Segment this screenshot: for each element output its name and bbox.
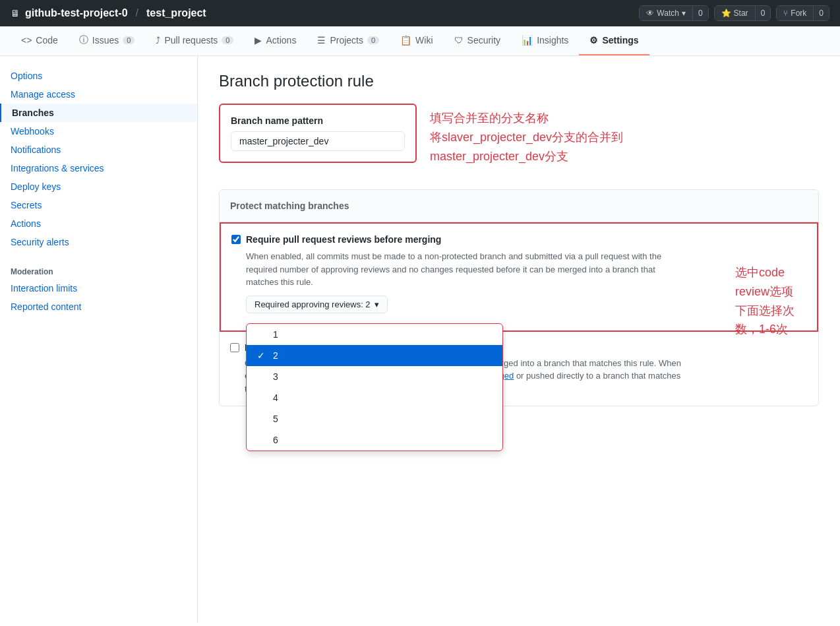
star-count[interactable]: 0 xyxy=(755,6,771,20)
watch-button[interactable]: 👁 Watch ▾ xyxy=(640,6,692,20)
star-icon: ⭐ xyxy=(721,9,731,18)
annotation-2: 选中code review选项 下面选择次数，1-6次 xyxy=(735,263,817,339)
fork-icon: ⑂ xyxy=(783,9,788,18)
branch-pattern-input[interactable] xyxy=(231,131,405,151)
rule-pull-request-reviews: Require pull request reviews before merg… xyxy=(220,222,818,332)
watch-count[interactable]: 0 xyxy=(692,6,708,20)
watch-group: 👁 Watch ▾ 0 xyxy=(639,5,708,21)
branch-pattern-label: Branch name pattern xyxy=(231,115,405,126)
annotation-2-line2: 下面选择次数，1-6次 xyxy=(735,301,817,340)
fork-count[interactable]: 0 xyxy=(813,6,829,20)
watch-icon: 👁 xyxy=(646,9,654,18)
rule-pr-reviews-label: Require pull request reviews before merg… xyxy=(246,234,441,245)
page-title: Branch protection rule xyxy=(219,72,819,90)
top-actions: 👁 Watch ▾ 0 ⭐ Star 0 ⑂ Fork 0 xyxy=(639,5,829,21)
dropdown-option-2[interactable]: ✓ 2 xyxy=(247,345,502,366)
annotation-1: 填写合并至的分支名称 将slaver_projecter_dev分支的合并到 m… xyxy=(430,104,623,166)
pull-requests-badge: 0 xyxy=(222,36,233,44)
status-checks-checkbox[interactable] xyxy=(230,343,239,352)
repo-separator: / xyxy=(136,7,138,19)
sidebar-item-security-alerts[interactable]: Security alerts xyxy=(0,233,197,251)
reviews-dropdown-menu: 1 ✓ 2 3 4 xyxy=(246,323,503,451)
sidebar-item-branches[interactable]: Branches xyxy=(0,104,197,122)
tab-code[interactable]: <> Code xyxy=(11,26,69,55)
sidebar-item-deploy-keys[interactable]: Deploy keys xyxy=(0,177,197,196)
annotation-2-line1: 选中code review选项 xyxy=(735,263,817,301)
sidebar-item-integrations[interactable]: Integrations & services xyxy=(0,159,197,177)
content-wrapper: Branch protection rule Branch name patte… xyxy=(219,72,819,406)
annotation-1-line3: master_projecter_dev分支 xyxy=(430,147,623,166)
sidebar-item-reported-content[interactable]: Reported content xyxy=(0,297,197,316)
dropdown-chevron-icon: ▾ xyxy=(375,299,379,309)
insights-icon: 📊 xyxy=(522,35,533,46)
projects-badge: 0 xyxy=(367,36,379,44)
option-2-check-icon: ✓ xyxy=(257,350,268,361)
protect-matching-section: Protect matching branches Require pull r… xyxy=(219,189,819,406)
actions-icon: ▶ xyxy=(255,35,262,46)
fork-label: Fork xyxy=(791,9,806,18)
sidebar-item-webhooks[interactable]: Webhooks xyxy=(0,122,197,141)
sidebar-item-options[interactable]: Options xyxy=(0,67,197,85)
top-bar: 🖥 github-test-project-0 / test_project 👁… xyxy=(0,0,840,26)
sidebar-item-secrets[interactable]: Secrets xyxy=(0,196,197,214)
tab-settings[interactable]: ⚙ Settings xyxy=(579,26,649,55)
sidebar-item-manage-access[interactable]: Manage access xyxy=(0,85,197,104)
security-icon: 🛡 xyxy=(454,35,464,46)
star-group: ⭐ Star 0 xyxy=(714,5,771,21)
repo-owner-link[interactable]: github-test-project-0 xyxy=(25,7,128,19)
dropdown-label: Required approving reviews: 2 xyxy=(255,299,371,309)
dropdown-option-5[interactable]: 5 xyxy=(247,408,502,429)
sidebar: Options Manage access Branches Webhooks … xyxy=(0,56,198,623)
dropdown-option-1[interactable]: 1 xyxy=(247,324,502,345)
issues-badge: 0 xyxy=(123,36,135,44)
approving-reviews-dropdown[interactable]: Required approving reviews: 2 ▾ xyxy=(246,296,388,313)
watch-chevron-icon: ▾ xyxy=(682,9,686,18)
settings-icon: ⚙ xyxy=(589,35,598,46)
tab-pull-requests[interactable]: ⤴ Pull requests 0 xyxy=(145,26,244,55)
pull-requests-icon: ⤴ xyxy=(156,35,160,46)
content-area: Branch protection rule Branch name patte… xyxy=(198,56,840,623)
dropdown-option-6[interactable]: 6 xyxy=(247,429,502,451)
nav-tabs: <> Code ⓘ Issues 0 ⤴ Pull requests 0 ▶ A… xyxy=(0,26,840,56)
tab-actions[interactable]: ▶ Actions xyxy=(244,26,307,55)
watch-label: Watch xyxy=(657,9,679,18)
issues-icon: ⓘ xyxy=(79,34,88,46)
tab-projects[interactable]: ☰ Projects 0 xyxy=(307,26,390,55)
tab-issues[interactable]: ⓘ Issues 0 xyxy=(69,26,146,55)
sidebar-item-interaction-limits[interactable]: Interaction limits xyxy=(0,279,197,297)
rule-pr-reviews-checkbox[interactable] xyxy=(231,235,241,244)
star-label: Star xyxy=(734,9,748,18)
wiki-icon: 📋 xyxy=(400,35,411,46)
main-layout: Options Manage access Branches Webhooks … xyxy=(0,56,840,623)
rule-pr-reviews-title: Require pull request reviews before merg… xyxy=(231,234,806,245)
fork-group: ⑂ Fork 0 xyxy=(776,5,829,21)
sidebar-item-actions[interactable]: Actions xyxy=(0,214,197,233)
branch-name-pattern-box: Branch name pattern xyxy=(219,104,417,163)
fork-button[interactable]: ⑂ Fork xyxy=(777,6,813,20)
star-button[interactable]: ⭐ Star xyxy=(715,6,755,20)
projects-icon: ☰ xyxy=(317,35,326,46)
annotation-1-line2: 将slaver_projecter_dev分支的合并到 xyxy=(430,128,623,147)
tab-security[interactable]: 🛡 Security xyxy=(444,26,512,55)
annotation-1-line1: 填写合并至的分支名称 xyxy=(430,109,623,128)
repo-icon: 🖥 xyxy=(11,8,20,18)
tab-wiki[interactable]: 📋 Wiki xyxy=(390,26,443,55)
repo-name-link[interactable]: test_project xyxy=(146,7,206,19)
sidebar-section-moderation: Moderation xyxy=(0,257,197,279)
sidebar-item-notifications[interactable]: Notifications xyxy=(0,141,197,159)
dropdown-option-4[interactable]: 4 xyxy=(247,387,502,408)
protect-matching-header: Protect matching branches xyxy=(220,190,818,222)
rule-pr-reviews-desc: When enabled, all commits must be made t… xyxy=(246,250,806,289)
tab-insights[interactable]: 📊 Insights xyxy=(511,26,579,55)
code-icon: <> xyxy=(21,35,32,46)
dropdown-option-3[interactable]: 3 xyxy=(247,366,502,387)
